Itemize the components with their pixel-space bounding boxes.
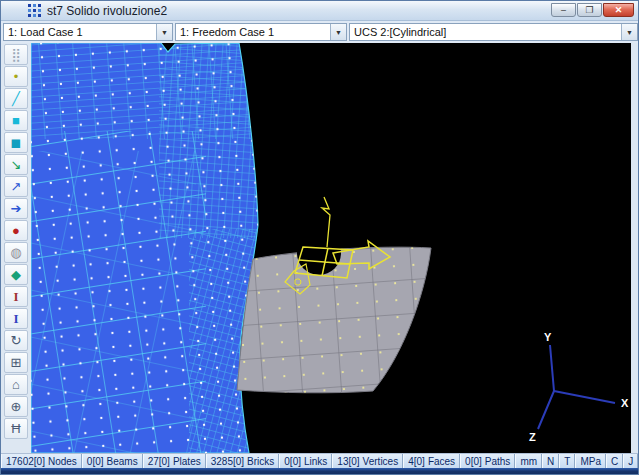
entity-count-vertices: 13[0]Vertices: [332, 454, 403, 468]
point-load-icon: ●: [12, 224, 20, 237]
entity-count-links: 0[0]Links: [279, 454, 332, 468]
unit-mm: mm: [515, 454, 542, 468]
plate-property-button[interactable]: I: [4, 308, 28, 329]
unit-t: T: [559, 454, 575, 468]
close-button[interactable]: ✕: [603, 3, 634, 17]
cylinder-icon: ◍: [10, 246, 21, 259]
axis-label-z: Z: [529, 431, 536, 443]
chevron-down-icon[interactable]: ▼: [621, 24, 637, 40]
axis-triad: Y X Z: [529, 331, 629, 443]
brick-mesh-solid: [31, 43, 263, 453]
freedom-case-combo[interactable]: 1: Freedom Case 1 ▼: [175, 23, 347, 41]
hide-face-button[interactable]: ⌂: [4, 374, 28, 395]
load-case-combo[interactable]: 1: Load Case 1 ▼: [3, 23, 173, 41]
entity-count-nodes: 17602[0]Nodes: [1, 454, 82, 468]
sphere-wire-button[interactable]: ⊕: [4, 396, 28, 417]
unit-n: N: [542, 454, 559, 468]
snap-grid-button[interactable]: ⣿: [4, 44, 28, 65]
face-arrow-icon: ➔: [11, 202, 22, 215]
case-toolbar: 1: Load Case 1 ▼ 1: Freedom Case 1 ▼ UCS…: [1, 21, 639, 43]
unit-mpa: MPa: [575, 454, 606, 468]
application-window: st7 Solido rivoluzione2 – ❐ ✕ 1: Load Ca…: [0, 0, 639, 475]
vertex-tool-icon: ↗: [11, 180, 22, 193]
model-canvas: Y X Z: [31, 43, 633, 453]
node-tool-icon: •: [14, 70, 19, 83]
beam-tool-button[interactable]: ╱: [4, 88, 28, 109]
frame-tool-button[interactable]: Ħ: [4, 418, 28, 439]
hide-face-icon: ⌂: [12, 378, 20, 391]
face-plate-button[interactable]: ◆: [4, 264, 28, 285]
rotate-tool-button[interactable]: ↻: [4, 330, 28, 351]
window-frame-right: [631, 43, 638, 453]
vertex-tool-button[interactable]: ↗: [4, 176, 28, 197]
status-bar: 17602[0]Nodes0[0]Beams27[0]Plates3285[0]…: [1, 453, 639, 468]
entity-toolbar: ⣿•╱■◼↘↗➔●◍◆II↻⊞⌂⊕Ħ: [1, 43, 31, 453]
model-viewport[interactable]: Y X Z: [31, 43, 633, 453]
beam-property-icon: I: [13, 290, 18, 303]
entity-count-beams: 0[0]Beams: [82, 454, 143, 468]
rotate-tool-icon: ↻: [11, 334, 22, 347]
maximize-button[interactable]: ❐: [577, 3, 602, 17]
chevron-down-icon[interactable]: ▼: [156, 24, 172, 40]
sphere-wire-icon: ⊕: [11, 400, 22, 413]
entity-count-paths: 0[0]Paths: [460, 454, 515, 468]
grid-panel-button[interactable]: ⊞: [4, 352, 28, 373]
axis-label-x: X: [621, 397, 629, 409]
minimize-button[interactable]: –: [551, 3, 576, 17]
face-arrow-button[interactable]: ➔: [4, 198, 28, 219]
beam-property-button[interactable]: I: [4, 286, 28, 307]
app-icon: [28, 4, 41, 17]
link-tool-button[interactable]: ↘: [4, 154, 28, 175]
ucs-combo[interactable]: UCS 2:[Cylindrical] ▼: [349, 23, 638, 41]
entity-count-plates: 27[0]Plates: [143, 454, 206, 468]
unit-c: C: [606, 454, 623, 468]
point-load-button[interactable]: ●: [4, 220, 28, 241]
title-bar[interactable]: st7 Solido rivoluzione2 – ❐ ✕: [1, 1, 639, 21]
grid-panel-icon: ⊞: [11, 356, 22, 369]
plate-tool-icon: ■: [12, 114, 20, 127]
brick-tool-button[interactable]: ◼: [4, 132, 28, 153]
snap-grid-icon: ⣿: [11, 48, 21, 61]
axis-label-y: Y: [544, 331, 552, 343]
entity-count-faces: 4[0]Faces: [403, 454, 460, 468]
window-frame-bottom: [1, 468, 639, 475]
plate-tool-button[interactable]: ■: [4, 110, 28, 131]
brick-tool-icon: ◼: [11, 136, 22, 149]
face-plate-icon: ◆: [11, 268, 21, 281]
frame-tool-icon: Ħ: [11, 422, 20, 435]
cylinder-button[interactable]: ◍: [4, 242, 28, 263]
link-tool-icon: ↘: [11, 158, 22, 171]
window-title: st7 Solido rivoluzione2: [47, 4, 167, 18]
entity-count-bricks: 3285[0]Bricks: [206, 454, 280, 468]
beam-tool-icon: ╱: [12, 92, 20, 105]
plate-property-icon: I: [13, 312, 18, 325]
node-tool-button[interactable]: •: [4, 66, 28, 87]
unit-j: J: [623, 454, 638, 468]
chevron-down-icon[interactable]: ▼: [330, 24, 346, 40]
